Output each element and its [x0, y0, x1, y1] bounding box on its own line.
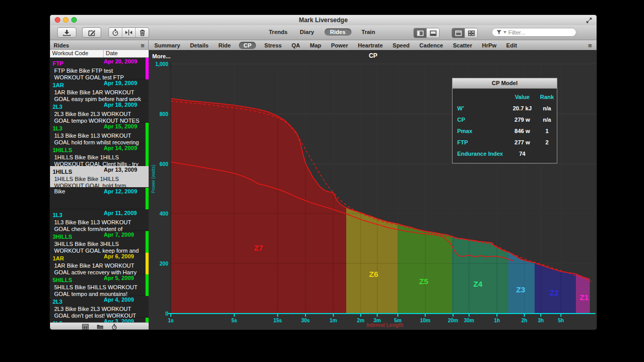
- tab-diary[interactable]: Diary: [298, 28, 316, 36]
- title-bar[interactable]: Mark Liversedge: [50, 15, 597, 25]
- svg-text:600: 600: [159, 161, 168, 167]
- edit-ride-button[interactable]: [82, 27, 101, 38]
- sidebar-header: Rides ≡: [50, 40, 149, 51]
- ride-row[interactable]: 2L3 Apr 4, 2009 2L3 Bike Bike 2L3 WORKOU…: [50, 296, 149, 318]
- chart-tab-bar: Summary Details Ride CP Stress QA Map Po…: [149, 40, 597, 51]
- svg-text:1m: 1m: [330, 318, 337, 323]
- zone-label-z2: Z2: [550, 288, 559, 297]
- tab-map[interactable]: Map: [308, 42, 323, 49]
- y-tick-labels: 1,000 800 600 400 200 0: [155, 61, 168, 317]
- tab-trends[interactable]: Trends: [267, 28, 289, 36]
- rides-sidebar: Workout Code Date FTP Apr 20, 2009 FTP B…: [50, 50, 149, 330]
- filter-placeholder: Filter...: [508, 29, 525, 36]
- x-tick-labels: 1s 5s 15s 30s 1m 2m 3m 5m 10m 20m 30m 1h…: [168, 318, 564, 323]
- ride-row[interactable]: 1L3 Apr 11, 2009 1L3 Bike Bike 1L3 WORKO…: [50, 209, 149, 231]
- zone-label-z4: Z4: [473, 279, 482, 288]
- single-view-button[interactable]: [452, 28, 464, 38]
- edit-icon: [88, 29, 95, 36]
- tab-details[interactable]: Details: [188, 42, 210, 49]
- ride-row-selected[interactable]: 1HILLS Apr 13, 2009 1HILLS Bike Bike 1HI…: [50, 166, 149, 188]
- chevron-down-icon: [503, 31, 507, 34]
- tab-speed[interactable]: Speed: [391, 42, 411, 49]
- zone-label-z5: Z5: [419, 277, 428, 286]
- ride-row[interactable]: 3HILLS Apr 7, 2009 3HILLS Bike Bike 3HIL…: [50, 231, 149, 253]
- svg-text:1s: 1s: [168, 318, 174, 323]
- svg-text:30s: 30s: [301, 318, 310, 323]
- fullscreen-icon[interactable]: [586, 17, 592, 24]
- bottombar-panel-icon: [430, 30, 437, 36]
- tab-cadence[interactable]: Cadence: [418, 42, 445, 49]
- tab-rides[interactable]: Rides: [325, 28, 351, 36]
- folder-icon[interactable]: [96, 324, 104, 330]
- tab-ride[interactable]: Ride: [217, 42, 232, 49]
- svg-text:400: 400: [159, 211, 168, 217]
- sidebar-menu-icon[interactable]: ≡: [140, 42, 144, 49]
- ride-row[interactable]: FTP Apr 20, 2009 FTP Bike Bike FTP test …: [50, 58, 149, 79]
- ride-row[interactable]: 5HILLS Apr 5, 2009 5HILLS Bike 5HILLS WO…: [50, 274, 149, 296]
- calendar-icon[interactable]: [82, 324, 89, 330]
- tiled-view-button[interactable]: [464, 28, 477, 38]
- zone-band-z1: [576, 62, 590, 314]
- svg-text:15s: 15s: [273, 318, 282, 323]
- app-window: Mark Liversedge: [50, 14, 597, 330]
- svg-text:5h: 5h: [558, 318, 564, 323]
- zone-label-z1: Z1: [579, 293, 589, 302]
- filter-funnel-icon: [496, 30, 502, 35]
- zone-label-z3: Z3: [516, 285, 525, 294]
- cp-model-row-ftp: FTP 277 w 2: [453, 137, 557, 148]
- tab-power[interactable]: Power: [329, 42, 349, 49]
- cp-model-col-value: Value: [507, 94, 538, 100]
- interval-tool-button[interactable]: [109, 28, 122, 37]
- ride-row[interactable]: Apr 12, 2009 Bike: [50, 188, 149, 209]
- ride-row[interactable]: 1HILLS Apr 14, 2009 1HILLS Bike Bike 1HI…: [50, 144, 149, 166]
- ride-row[interactable]: 2L3 Apr 18, 2009 2L3 Bike Bike 2L3 WORKO…: [50, 101, 149, 123]
- tab-scatter[interactable]: Scatter: [452, 42, 474, 49]
- layout-toggle-group: [452, 28, 478, 38]
- second-toolbar-row: Rides ≡ Summary Details Ride CP Stress Q…: [50, 40, 597, 51]
- tiled-view-icon: [468, 30, 475, 36]
- import-ride-button[interactable]: [57, 27, 76, 38]
- column-date[interactable]: Date: [104, 50, 118, 57]
- cp-model-col-rank: Rank: [538, 94, 556, 100]
- sidebar-toggle-button[interactable]: [414, 28, 426, 38]
- svg-text:2m: 2m: [357, 318, 365, 323]
- tab-qa[interactable]: QA: [290, 42, 302, 49]
- sidebar-title: Rides: [54, 42, 69, 48]
- stopwatch-icon[interactable]: [111, 324, 117, 330]
- svg-text:1,000: 1,000: [155, 61, 168, 67]
- tab-cp[interactable]: CP: [239, 42, 256, 49]
- split-ride-button[interactable]: [122, 28, 135, 37]
- zone-label-z7: Z7: [254, 243, 263, 252]
- svg-text:800: 800: [159, 111, 168, 117]
- zone-band-z7: [171, 62, 346, 314]
- bottombar-toggle-button[interactable]: [426, 28, 439, 38]
- svg-text:3h: 3h: [538, 318, 544, 323]
- chart-menu-icon[interactable]: ≡: [588, 42, 597, 49]
- tab-edit[interactable]: Edit: [505, 42, 519, 49]
- svg-text:10m: 10m: [420, 318, 430, 323]
- tab-hrpw[interactable]: HrPw: [480, 42, 498, 49]
- tab-stress[interactable]: Stress: [263, 42, 283, 49]
- ride-row[interactable]: 1AR Apr 19, 2009 1AR Bike Bike 1AR WORKO…: [50, 79, 149, 101]
- column-workout-code[interactable]: Workout Code: [50, 50, 104, 57]
- ride-row[interactable]: 1AR Apr 6, 2009 1AR Bike Bike 1AR WORKOU…: [50, 253, 149, 274]
- ride-list[interactable]: FTP Apr 20, 2009 FTP Bike Bike FTP test …: [50, 58, 149, 323]
- zone-label-z6: Z6: [369, 270, 378, 278]
- svg-text:20m: 20m: [448, 318, 458, 323]
- panel-toggle-group: [413, 28, 440, 38]
- filter-input[interactable]: Filter...: [492, 28, 576, 37]
- cp-model-title: CP Model: [453, 78, 557, 89]
- ride-row[interactable]: 1L3 Apr 15, 2009 1L3 Bike Bike 1L3 WORKO…: [50, 123, 149, 144]
- delete-ride-button[interactable]: [135, 28, 149, 37]
- window-title: Mark Liversedge: [50, 17, 597, 24]
- tab-train[interactable]: Train: [360, 28, 377, 36]
- ride-list-column-header[interactable]: Workout Code Date: [50, 50, 149, 58]
- cp-model-row-cp: CP 279 w n/a: [453, 114, 557, 125]
- tab-heartrate[interactable]: Heartrate: [357, 42, 384, 49]
- cp-model-header-row: Value Rank: [453, 91, 557, 103]
- sidebar-panel-icon: [417, 30, 424, 36]
- cp-model-row-endurance-index: Endurance Index 74: [453, 148, 557, 159]
- tab-summary[interactable]: Summary: [153, 42, 182, 49]
- cp-model-box: CP Model Value Rank W' 20.7 kJ n/a CP 27…: [452, 78, 557, 163]
- x-axis-title: Interval Length: [366, 322, 404, 328]
